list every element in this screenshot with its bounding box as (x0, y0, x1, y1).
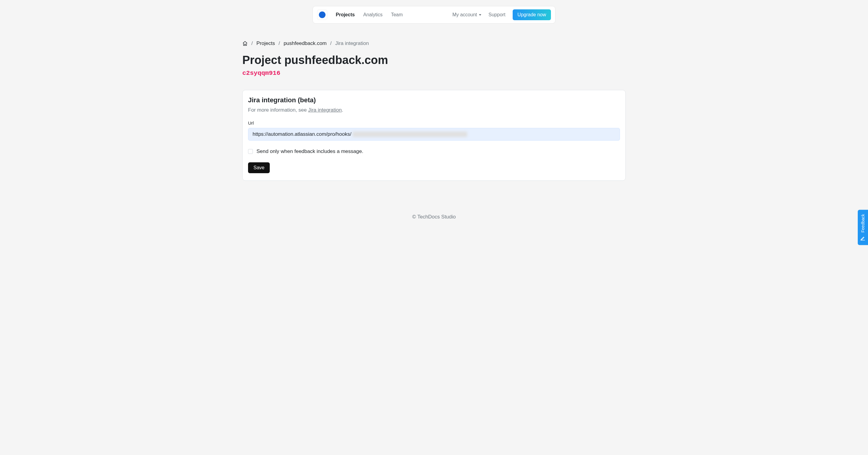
feedback-label: Feedback (861, 214, 865, 232)
breadcrumb-separator: / (330, 40, 332, 47)
feedback-tab[interactable]: Feedback (858, 210, 868, 245)
jira-integration-card: Jira integration (beta) For more informa… (242, 90, 626, 181)
footer: © TechDocs Studio (0, 214, 868, 232)
url-value-visible: https://automation.atlassian.com/pro/hoo… (253, 131, 351, 137)
logo-circle-icon (319, 11, 326, 18)
jira-integration-link[interactable]: Jira integration (308, 107, 342, 113)
nav-support[interactable]: Support (489, 12, 505, 18)
page-title: Project pushfeedback.com (242, 54, 626, 67)
breadcrumb-current: Jira integration (335, 40, 369, 47)
breadcrumb-project-name[interactable]: pushfeedback.com (284, 40, 327, 47)
checkbox-label: Send only when feedback includes a messa… (256, 148, 363, 154)
main-container: / Projects / pushfeedback.com / Jira int… (239, 40, 629, 181)
top-navigation-inner: Projects Analytics Team My account Suppo… (313, 6, 555, 24)
send-only-with-message-checkbox[interactable] (248, 149, 253, 154)
nav-left: Projects Analytics Team (317, 10, 403, 20)
nav-analytics[interactable]: Analytics (363, 12, 382, 18)
card-title: Jira integration (beta) (248, 96, 620, 104)
edit-icon (860, 236, 866, 241)
app-logo[interactable] (317, 10, 327, 20)
breadcrumb-projects[interactable]: Projects (256, 40, 275, 47)
breadcrumb-separator: / (278, 40, 280, 47)
my-account-label: My account (453, 12, 477, 18)
card-desc-prefix: For more information, see (248, 107, 308, 113)
breadcrumb: / Projects / pushfeedback.com / Jira int… (242, 40, 626, 47)
url-value-redacted (352, 132, 467, 137)
chevron-down-icon (479, 14, 481, 16)
url-field-label: Url (248, 120, 620, 125)
nav-team[interactable]: Team (391, 12, 403, 18)
nav-right: My account Support Upgrade now (453, 9, 551, 20)
upgrade-button[interactable]: Upgrade now (513, 9, 551, 20)
breadcrumb-separator: / (251, 40, 253, 47)
card-desc-suffix: . (342, 107, 343, 113)
nav-projects[interactable]: Projects (336, 12, 355, 18)
url-input[interactable]: https://automation.atlassian.com/pro/hoo… (248, 128, 620, 141)
home-icon[interactable] (242, 41, 248, 46)
project-id: c2syqqm916 (242, 70, 626, 77)
my-account-dropdown[interactable]: My account (453, 12, 481, 18)
save-button[interactable]: Save (248, 162, 270, 173)
top-navigation: Projects Analytics Team My account Suppo… (0, 0, 868, 24)
card-description: For more information, see Jira integrati… (248, 107, 620, 113)
checkbox-row: Send only when feedback includes a messa… (248, 148, 620, 154)
